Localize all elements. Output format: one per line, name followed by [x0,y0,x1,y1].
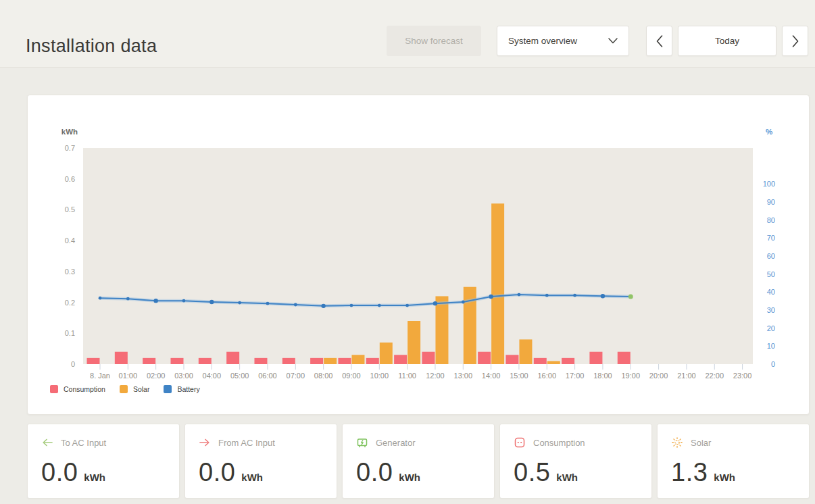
svg-text:14:00: 14:00 [482,372,501,380]
today-button[interactable]: Today [678,26,776,56]
legend-label: Solar [133,385,150,393]
card-to-ac-input: To AC Input 0.0 kWh [27,424,180,499]
card-unit: kWh [241,472,263,483]
card-unit: kWh [84,472,105,483]
card-unit: kWh [714,472,735,483]
legend-label: Battery [177,385,199,393]
card-unit: kWh [399,472,420,483]
installation-chart[interactable]: kWh%00.10.20.30.40.50.60.701020304050607… [28,95,809,414]
card-value: 0.5 [514,458,550,487]
svg-text:17:00: 17:00 [566,372,585,380]
arrow-right-icon [199,436,211,449]
card-value: 0.0 [41,458,78,487]
svg-text:16:00: 16:00 [538,372,557,380]
card-title: To AC Input [61,438,106,448]
svg-text:05:00: 05:00 [230,372,249,380]
card-generator: Generator 0.0 kWh [342,424,495,499]
today-label: Today [715,36,739,46]
svg-text:0.2: 0.2 [65,299,75,307]
svg-text:15:00: 15:00 [510,372,528,380]
svg-text:06:00: 06:00 [258,372,277,380]
svg-text:0.4: 0.4 [65,236,75,245]
svg-text:02:00: 02:00 [147,372,166,380]
svg-text:08:00: 08:00 [314,372,333,380]
card-from-ac-input: From AC Input 0.0 kWh [184,424,337,499]
svg-text:90: 90 [767,198,775,206]
card-solar: Solar 1.3 kWh [657,424,810,499]
system-overview-select[interactable]: System overview [497,26,629,56]
svg-text:0.5: 0.5 [65,205,75,213]
svg-text:0.3: 0.3 [65,268,75,276]
chart-legend: Consumption Solar Battery [50,385,200,393]
svg-text:10: 10 [767,342,775,350]
svg-text:10:00: 10:00 [370,372,389,380]
svg-text:0.1: 0.1 [65,329,75,337]
header: Installation data Show forecast System o… [0,0,815,68]
show-forecast-button[interactable]: Show forecast [387,26,481,56]
chevron-left-icon [656,35,663,47]
card-value: 0.0 [199,458,235,487]
arrow-left-icon [41,436,53,449]
svg-text:0: 0 [71,360,75,368]
legend-item-solar[interactable]: Solar [120,385,150,393]
card-title: Consumption [533,438,585,448]
svg-text:%: % [766,128,772,136]
svg-text:80: 80 [767,216,775,224]
card-value: 0.0 [356,458,393,487]
svg-text:04:00: 04:00 [203,372,222,380]
show-forecast-label: Show forecast [405,36,463,46]
legend-item-consumption[interactable]: Consumption [50,385,105,393]
card-title: Generator [376,438,416,448]
chevron-right-icon [792,35,799,47]
svg-text:0.7: 0.7 [65,144,75,152]
previous-day-button[interactable] [646,26,672,56]
svg-text:11:00: 11:00 [398,372,416,380]
page-title: Installation data [26,36,157,57]
svg-text:30: 30 [767,306,775,314]
card-consumption: Consumption 0.5 kWh [499,424,652,499]
svg-text:60: 60 [767,252,775,260]
svg-text:19:00: 19:00 [622,372,641,380]
chevron-down-icon [608,38,618,44]
card-title: From AC Input [218,438,275,448]
svg-text:70: 70 [767,234,775,242]
svg-text:20:00: 20:00 [649,372,668,380]
solar-swatch-icon [120,385,128,393]
svg-text:22:00: 22:00 [705,372,724,380]
svg-text:50: 50 [767,270,775,278]
card-unit: kWh [556,472,578,483]
legend-item-battery[interactable]: Battery [164,385,199,393]
system-overview-label: System overview [508,36,577,46]
summary-cards: To AC Input 0.0 kWh From AC Input 0.0 kW… [27,424,810,499]
svg-text:18:00: 18:00 [593,372,612,380]
svg-text:07:00: 07:00 [287,372,305,380]
installation-chart-panel: kWh%00.10.20.30.40.50.60.701020304050607… [27,95,810,415]
svg-text:09:00: 09:00 [342,372,361,380]
card-value: 1.3 [671,458,708,487]
svg-text:13:00: 13:00 [454,372,473,380]
generator-icon [356,436,368,449]
svg-text:8. Jan: 8. Jan [90,372,110,380]
svg-text:21:00: 21:00 [677,372,696,380]
sun-icon [671,436,683,449]
svg-text:kWh: kWh [61,128,78,136]
svg-text:23:00: 23:00 [733,372,752,380]
consumption-swatch-icon [50,385,58,393]
svg-text:100: 100 [763,180,775,188]
svg-text:03:00: 03:00 [174,372,193,380]
svg-text:0: 0 [771,360,775,368]
svg-text:12:00: 12:00 [426,372,445,380]
legend-label: Consumption [64,385,105,393]
card-title: Solar [691,438,711,448]
svg-text:40: 40 [767,288,775,296]
next-day-button[interactable] [782,26,808,56]
battery-swatch-icon [164,385,172,393]
svg-text:0.6: 0.6 [65,175,75,183]
socket-icon [514,436,526,449]
svg-text:20: 20 [767,324,775,332]
svg-text:01:00: 01:00 [119,372,138,380]
